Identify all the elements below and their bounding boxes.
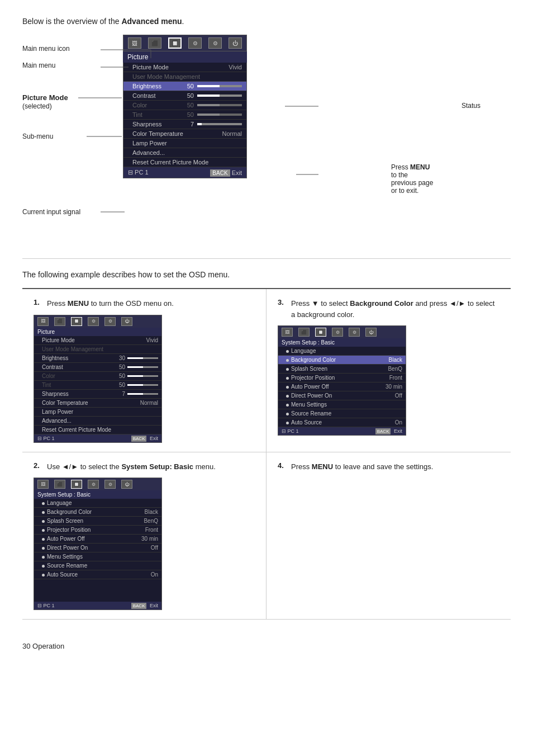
label-current-input: Current input signal bbox=[22, 208, 80, 216]
s2-item-auto-source: Auto SourceOn bbox=[34, 570, 161, 579]
sharpness-slider bbox=[197, 123, 242, 125]
s-icon-6: ⏻ bbox=[121, 317, 132, 326]
s-contrast-slider bbox=[127, 366, 158, 368]
step-1-icons: 🖼 ⬛ 🔲 ⚙ ⚙ ⏻ bbox=[34, 315, 161, 328]
color-slider bbox=[197, 104, 242, 106]
s-item-lamp: Lamp Power bbox=[34, 408, 161, 417]
s3-item-bg-color: Background ColorBlack bbox=[278, 356, 406, 365]
menu-icon-gear1: ⚙ bbox=[188, 37, 202, 49]
s-item-contrast: Contrast50 bbox=[34, 363, 161, 372]
s2-icon-5: ⚙ bbox=[104, 480, 116, 489]
step-2-cell: 2. Use ◄/► to select the System Setup: B… bbox=[22, 452, 266, 620]
s-icon-1: 🖼 bbox=[37, 317, 49, 326]
bullet bbox=[286, 359, 289, 362]
bullet bbox=[42, 538, 45, 541]
s3-icon-1: 🖼 bbox=[282, 328, 293, 337]
label-main-menu-icon: Main menu icon bbox=[22, 45, 70, 53]
s2-item-direct-on: Direct Power OnOff bbox=[34, 544, 161, 552]
bullet bbox=[42, 529, 45, 532]
brightness-slider bbox=[197, 85, 242, 87]
s3-item-proj-pos: Projector PositionFront bbox=[278, 374, 406, 382]
steps-grid: 1. Press MENU to turn the OSD menu on. 🖼… bbox=[22, 288, 511, 620]
s3-item-source-rename: Source Rename bbox=[278, 409, 406, 418]
menu-icon-active: 🔲 bbox=[168, 37, 182, 49]
bullet bbox=[286, 422, 289, 424]
s3-icon-3: 🔲 bbox=[315, 328, 326, 337]
s3-icon-6: ⏻ bbox=[365, 328, 377, 337]
menu-icon-picture: 🖼 bbox=[128, 37, 141, 49]
s2-icon-6: ⏻ bbox=[121, 480, 132, 489]
step-1-menu: 🖼 ⬛ 🔲 ⚙ ⚙ ⏻ Picture Picture ModeVivid Us… bbox=[34, 315, 255, 443]
bullet bbox=[42, 574, 45, 577]
step-4-cell: 4. Press MENU to leave and save the sett… bbox=[266, 452, 511, 620]
s-item-user-mode: User Mode Management bbox=[34, 345, 161, 354]
s2-item-bg-color: Background ColorBlack bbox=[34, 508, 161, 517]
menu-category-picture: Picture bbox=[123, 51, 247, 63]
bullet bbox=[286, 350, 289, 353]
step-3-footer: ⊟ PC 1 BACK Exit bbox=[278, 427, 406, 435]
step-1-footer: ⊟ PC 1 BACK Exit bbox=[34, 434, 161, 442]
menu-item-reset: Reset Current Picture Mode bbox=[123, 158, 246, 167]
s-tint-slider bbox=[127, 384, 158, 386]
bullet bbox=[286, 404, 289, 407]
bullet bbox=[42, 547, 45, 550]
step-2-menu: 🖼 ⬛ 🔲 ⚙ ⚙ ⏻ System Setup : Basic Languag… bbox=[34, 478, 255, 610]
bullet bbox=[286, 368, 289, 371]
s-item-reset: Reset Current Picture Mode bbox=[34, 426, 161, 434]
bullet bbox=[286, 395, 289, 398]
page-number: 30 Operation bbox=[22, 642, 511, 650]
s3-item-language: Language bbox=[278, 347, 406, 356]
bullet bbox=[42, 565, 45, 568]
menu-icon-grid: ⬛ bbox=[148, 37, 161, 49]
label-highlight: Picture Mode bbox=[22, 93, 68, 102]
header-bold: Advanced menu bbox=[121, 17, 182, 26]
s2-icon-1: 🖼 bbox=[37, 480, 49, 489]
menu-item-tint: Tint 50 bbox=[123, 110, 246, 120]
menu-icon-power: ⏻ bbox=[229, 37, 242, 49]
tint-slider bbox=[197, 114, 242, 116]
step-1-cell: 1. Press MENU to turn the OSD menu on. 🖼… bbox=[22, 289, 266, 452]
s-item-advanced: Advanced... bbox=[34, 417, 161, 426]
menu-item-advanced: Advanced... bbox=[123, 148, 246, 158]
s-item-tint: Tint50 bbox=[34, 381, 161, 390]
s-item-color-temp: Color TemperatureNormal bbox=[34, 399, 161, 408]
menu-item-sharpness: Sharpness 7 bbox=[123, 120, 246, 129]
s-item-picture-mode: Picture ModeVivid bbox=[34, 336, 161, 345]
s-sharpness-slider bbox=[127, 393, 158, 395]
s-icon-4: ⚙ bbox=[88, 317, 99, 326]
s3-item-direct-on: Direct Power OnOff bbox=[278, 391, 406, 400]
main-diagram: Main menu icon Main menu Picture Mode (s… bbox=[22, 35, 480, 247]
s2-item-menu-settings: Menu Settings bbox=[34, 552, 161, 561]
label-selected: (selected) bbox=[22, 102, 52, 110]
s-item-brightness: Brightness30 bbox=[34, 354, 161, 363]
s-item-color: Color50 bbox=[34, 372, 161, 381]
step-3-menu: 🖼 ⬛ 🔲 ⚙ ⚙ ⏻ System Setup : Basic Languag… bbox=[278, 325, 499, 436]
step-2-cat: System Setup : Basic bbox=[34, 490, 161, 499]
s2-icon-4: ⚙ bbox=[88, 480, 99, 489]
header-intro: Below is the overview of the Advanced me… bbox=[22, 17, 511, 26]
step-3-cat: System Setup : Basic bbox=[278, 338, 406, 347]
menu-item-lamp: Lamp Power bbox=[123, 139, 246, 148]
menu-item-contrast: Contrast 50 bbox=[123, 91, 246, 101]
s-item-sharpness: Sharpness7 bbox=[34, 390, 161, 399]
main-osd-menu: 🖼 ⬛ 🔲 ⚙ ⚙ ⏻ Picture Picture ModeVivid Us… bbox=[123, 35, 247, 178]
label-press-menu: Press MENUto theprevious pageor to exit. bbox=[391, 163, 480, 195]
bullet bbox=[42, 556, 45, 559]
back-button: BACK bbox=[210, 169, 230, 177]
s-brightness-slider bbox=[127, 357, 158, 359]
s3-icon-5: ⚙ bbox=[349, 328, 360, 337]
label-main-menu: Main menu bbox=[22, 62, 55, 69]
s2-back-btn: BACK bbox=[131, 603, 147, 609]
step-2-icons: 🖼 ⬛ 🔲 ⚙ ⚙ ⏻ bbox=[34, 478, 161, 490]
page: Below is the overview of the Advanced me… bbox=[0, 0, 533, 667]
menu-item-user-mode: User Mode Management bbox=[123, 72, 246, 82]
bullet bbox=[42, 520, 45, 523]
section-divider bbox=[22, 258, 511, 259]
menu-item-brightness: Brightness 50 bbox=[123, 82, 246, 91]
s3-item-auto-source: Auto SourceOn bbox=[278, 418, 406, 427]
step-2-osd: 🖼 ⬛ 🔲 ⚙ ⚙ ⏻ System Setup : Basic Languag… bbox=[34, 478, 162, 610]
diagram-lines bbox=[22, 35, 480, 247]
menu-item-color: Color 50 bbox=[123, 101, 246, 110]
s2-item-language: Language bbox=[34, 499, 161, 508]
step-4-header: 4. Press MENU to leave and save the sett… bbox=[278, 461, 499, 472]
